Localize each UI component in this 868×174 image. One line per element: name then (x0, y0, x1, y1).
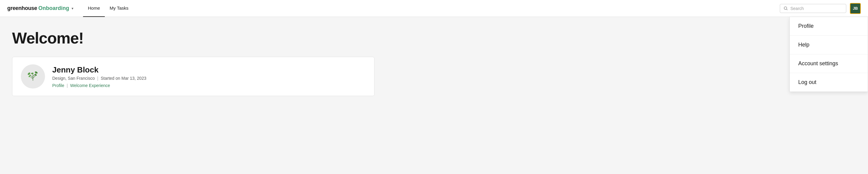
profile-card: Jenny Block Design, San Francisco | Star… (12, 57, 374, 96)
main-content: Welcome! Jenny Block (0, 17, 868, 174)
profile-links: Profile | Welcome Experience (52, 83, 146, 88)
profile-name: Jenny Block (52, 65, 146, 75)
navbar: greenhouse Onboarding ▾ Home My Tasks Se… (0, 0, 868, 17)
profile-info: Jenny Block Design, San Francisco | Star… (52, 65, 146, 88)
nav-link-my-tasks[interactable]: My Tasks (105, 0, 133, 17)
dropdown-item-account-settings[interactable]: Account settings (790, 54, 868, 73)
meta-divider: | (97, 76, 98, 81)
profile-meta: Design, San Francisco | Started on Mar 1… (52, 76, 146, 81)
search-icon (784, 6, 788, 10)
dropdown-item-profile[interactable]: Profile (790, 17, 868, 36)
svg-line-1 (786, 9, 787, 10)
link-divider: | (67, 83, 68, 88)
profile-link-welcome-experience[interactable]: Welcome Experience (70, 83, 110, 88)
dropdown-item-logout[interactable]: Log out (790, 73, 868, 91)
brand-greenhouse-text: greenhouse (7, 5, 37, 11)
profile-start-date: Started on Mar 13, 2023 (100, 76, 146, 81)
avatar-initials: JB (853, 6, 858, 10)
plant-avatar-image (25, 68, 41, 85)
welcome-heading: Welcome! (12, 29, 856, 47)
profile-link-profile[interactable]: Profile (52, 83, 64, 88)
nav-right: Search JB (780, 3, 861, 14)
nav-links: Home My Tasks (83, 0, 780, 17)
nav-link-home[interactable]: Home (83, 0, 105, 17)
profile-department: Design, San Francisco (52, 76, 95, 81)
brand[interactable]: greenhouse Onboarding ▾ (7, 5, 73, 11)
chevron-down-icon: ▾ (71, 6, 73, 10)
profile-avatar (21, 64, 45, 88)
brand-onboarding-text: Onboarding (38, 5, 69, 11)
dropdown-item-help[interactable]: Help (790, 36, 868, 54)
user-avatar-button[interactable]: JB (850, 3, 861, 14)
search-placeholder-text: Search (790, 6, 842, 11)
search-box[interactable]: Search (780, 4, 846, 13)
svg-point-0 (784, 7, 787, 9)
dropdown-menu: Profile Help Account settings Log out (789, 17, 868, 92)
